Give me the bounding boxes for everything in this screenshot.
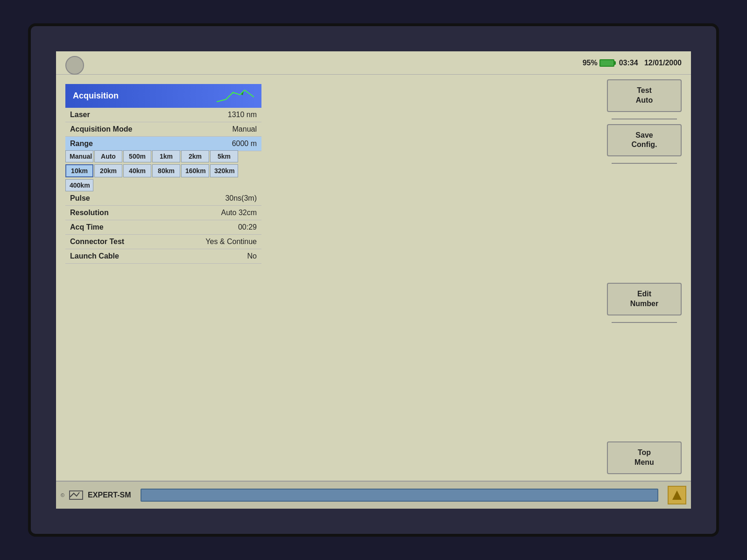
battery-percent: 95% bbox=[583, 59, 598, 67]
range-value: 6000 m bbox=[159, 137, 261, 151]
range-btn-400km[interactable]: 400km bbox=[65, 179, 93, 191]
test-auto-button[interactable]: TestAuto bbox=[607, 79, 682, 112]
connector-test-label: Connector Test bbox=[65, 235, 159, 249]
range-btn-2km[interactable]: 2km bbox=[181, 150, 209, 162]
edit-number-button[interactable]: EditNumber bbox=[607, 283, 682, 315]
main-content: Acquisition Laser 1310 nm bbox=[56, 75, 691, 481]
range-btn-1km[interactable]: 1km bbox=[152, 150, 180, 162]
acquisition-mode-value: Manual bbox=[159, 122, 261, 137]
bottom-progress-bar bbox=[141, 489, 658, 502]
resolution-label: Resolution bbox=[65, 206, 159, 220]
acquisition-mode-label: Acquisition Mode bbox=[65, 122, 159, 137]
top-menu-button[interactable]: TopMenu bbox=[607, 441, 682, 474]
left-panel: Acquisition Laser 1310 nm bbox=[61, 79, 602, 476]
range-row3: 400km bbox=[65, 179, 598, 191]
resolution-value: Auto 32cm bbox=[159, 206, 261, 220]
acquisition-chart-mini bbox=[217, 88, 254, 104]
pulse-value: 30ns(3m) bbox=[159, 191, 261, 206]
app-name: EXPERT-SM bbox=[88, 491, 131, 499]
laser-label: Laser bbox=[65, 108, 159, 122]
acq-time-row: Acq Time 00:29 bbox=[65, 220, 261, 235]
acquisition-header: Acquisition bbox=[65, 84, 261, 108]
acquisition-title: Acquisition bbox=[73, 91, 119, 101]
connector-test-row: Connector Test Yes & Continue bbox=[65, 235, 261, 249]
range-btn-160km[interactable]: 160km bbox=[181, 164, 209, 177]
battery-icon bbox=[599, 59, 614, 67]
settings-table-2: Pulse 30ns(3m) Resolution Auto 32cm Acq … bbox=[65, 191, 261, 264]
range-btn-40km[interactable]: 40km bbox=[123, 164, 151, 177]
datetime: 03:34 12/01/2000 bbox=[619, 59, 682, 67]
divider-2 bbox=[612, 163, 677, 164]
acq-time-value: 00:29 bbox=[159, 220, 261, 235]
bottom-right-icon bbox=[668, 486, 686, 504]
divider-3 bbox=[612, 322, 677, 323]
range-row: Range 6000 m bbox=[65, 137, 261, 151]
right-panel: TestAuto SaveConfig. EditNumber TopMenu bbox=[602, 79, 686, 476]
range-buttons-area: Manual Auto 500m 1km 2km 5km 10km 20km 4… bbox=[65, 150, 598, 191]
bottom-bar: © EXPERT-SM bbox=[56, 481, 691, 509]
copyright-symbol: © bbox=[61, 492, 64, 498]
range-btn-20km[interactable]: 20km bbox=[94, 164, 122, 177]
screen: 95% 03:34 12/01/2000 Acquisition bbox=[56, 51, 691, 509]
launch-cable-label: Launch Cable bbox=[65, 249, 159, 264]
acquisition-mode-row: Acquisition Mode Manual bbox=[65, 122, 261, 137]
launch-cable-row: Launch Cable No bbox=[65, 249, 261, 264]
svg-marker-1 bbox=[672, 490, 682, 500]
save-config-button[interactable]: SaveConfig. bbox=[607, 124, 682, 157]
resolution-row: Resolution Auto 32cm bbox=[65, 206, 261, 220]
pulse-label: Pulse bbox=[65, 191, 159, 206]
device-frame: 95% 03:34 12/01/2000 Acquisition bbox=[28, 23, 719, 537]
launch-cable-value: No bbox=[159, 249, 261, 264]
logo-circle bbox=[65, 56, 84, 75]
laser-row: Laser 1310 nm bbox=[65, 108, 261, 122]
range-row1: Manual Auto 500m 1km 2km 5km bbox=[65, 150, 598, 162]
range-label: Range bbox=[65, 137, 159, 151]
acq-time-label: Acq Time bbox=[65, 220, 159, 235]
range-row2: 10km 20km 40km 80km 160km 320km bbox=[65, 164, 598, 177]
top-bar: 95% 03:34 12/01/2000 bbox=[56, 51, 691, 75]
range-btn-manual[interactable]: Manual bbox=[65, 150, 93, 162]
laser-value: 1310 nm bbox=[159, 108, 261, 122]
settings-table: Laser 1310 nm Acquisition Mode Manual Ra… bbox=[65, 108, 261, 151]
battery-section: 95% bbox=[583, 59, 614, 67]
logo-icon bbox=[69, 490, 83, 500]
range-btn-320km[interactable]: 320km bbox=[210, 164, 238, 177]
range-btn-5km[interactable]: 5km bbox=[210, 150, 238, 162]
status-area: 95% 03:34 12/01/2000 bbox=[583, 59, 682, 67]
pulse-row: Pulse 30ns(3m) bbox=[65, 191, 261, 206]
range-btn-auto[interactable]: Auto bbox=[94, 150, 122, 162]
divider-1 bbox=[612, 119, 677, 119]
range-btn-10km[interactable]: 10km bbox=[65, 164, 93, 177]
range-btn-80km[interactable]: 80km bbox=[152, 164, 180, 177]
connector-test-value: Yes & Continue bbox=[159, 235, 261, 249]
range-btn-500m[interactable]: 500m bbox=[123, 150, 151, 162]
